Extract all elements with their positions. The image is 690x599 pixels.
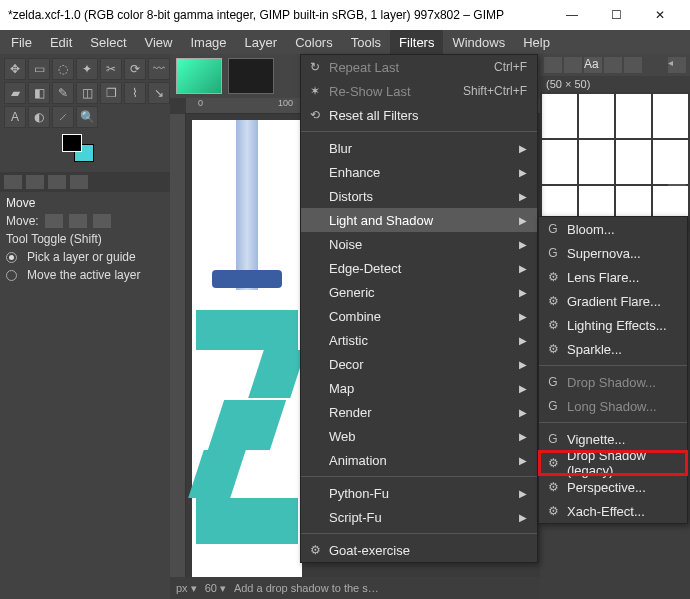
submenu-distorts[interactable]: Distorts▶ — [301, 184, 537, 208]
move-tool-icon[interactable]: ✥ — [4, 58, 26, 80]
misc-tab-icon[interactable] — [624, 57, 642, 73]
menuitem-gradient-flare[interactable]: ⚙Gradient Flare... — [539, 289, 687, 313]
submenu-light-and-shadow[interactable]: Light and Shadow▶ — [301, 208, 537, 232]
menuitem-reset-filters[interactable]: ⟲Reset all Filters — [301, 103, 537, 127]
pencil-icon[interactable]: ✎ — [52, 82, 74, 104]
menuitem-reshow-last[interactable]: ✶Re-Show LastShift+Ctrl+F — [301, 79, 537, 103]
crop-icon[interactable]: ✂ — [100, 58, 122, 80]
menuitem-drop-shadow-legacy[interactable]: ⚙Drop Shadow (legacy)... — [539, 451, 687, 475]
history-tab-icon[interactable] — [604, 57, 622, 73]
light-shadow-submenu: GBloom... GSupernova... ⚙Lens Flare... ⚙… — [538, 216, 688, 524]
submenu-render[interactable]: Render▶ — [301, 400, 537, 424]
eraser-icon[interactable]: ◫ — [76, 82, 98, 104]
submenu-combine[interactable]: Combine▶ — [301, 304, 537, 328]
submenu-decor[interactable]: Decor▶ — [301, 352, 537, 376]
menu-edit[interactable]: Edit — [41, 30, 81, 54]
gradient-icon[interactable]: ◧ — [28, 82, 50, 104]
brush-item[interactable] — [542, 140, 577, 184]
rect-select-icon[interactable]: ▭ — [28, 58, 50, 80]
menuitem-repeat-last[interactable]: ↻Repeat LastCtrl+F — [301, 55, 537, 79]
smudge-icon[interactable]: ⌇ — [124, 82, 146, 104]
zoom-icon[interactable]: 🔍 — [76, 106, 98, 128]
radio-move-active[interactable]: Move the active layer — [0, 266, 170, 284]
submenu-artistic[interactable]: Artistic▶ — [301, 328, 537, 352]
brush-item[interactable] — [653, 140, 688, 184]
menuitem-supernova[interactable]: GSupernova... — [539, 241, 687, 265]
menubar: File Edit Select View Image Layer Colors… — [0, 30, 690, 54]
menu-image[interactable]: Image — [181, 30, 235, 54]
rotate-icon[interactable]: ⟳ — [124, 58, 146, 80]
configure-tab-icon[interactable]: ◂ — [668, 57, 686, 73]
path-icon[interactable]: ↘ — [148, 82, 170, 104]
menuitem-xach-effect[interactable]: ⚙Xach-Effect... — [539, 499, 687, 523]
picker-icon[interactable]: ◐ — [28, 106, 50, 128]
submenu-enhance[interactable]: Enhance▶ — [301, 160, 537, 184]
patterns-tab-icon[interactable] — [564, 57, 582, 73]
submenu-noise[interactable]: Noise▶ — [301, 232, 537, 256]
submenu-web[interactable]: Web▶ — [301, 424, 537, 448]
warp-icon[interactable]: 〰 — [148, 58, 170, 80]
image-thumb[interactable] — [228, 58, 274, 94]
gear-icon: ⚙ — [545, 270, 561, 284]
menuitem-lighting-effects[interactable]: ⚙Lighting Effects... — [539, 313, 687, 337]
menu-help[interactable]: Help — [514, 30, 559, 54]
measure-icon[interactable]: ⟋ — [52, 106, 74, 128]
text-icon[interactable]: A — [4, 106, 26, 128]
dock-tab-icon[interactable] — [70, 175, 88, 189]
move-mode-layer-icon[interactable] — [45, 214, 63, 228]
brush-item[interactable] — [616, 140, 651, 184]
menuitem-perspective[interactable]: ⚙Perspective... — [539, 475, 687, 499]
close-button[interactable]: ✕ — [638, 0, 682, 30]
brush-item[interactable] — [616, 94, 651, 138]
menuitem-sparkle[interactable]: ⚙Sparkle... — [539, 337, 687, 361]
fuzzy-select-icon[interactable]: ✦ — [76, 58, 98, 80]
move-mode-path-icon[interactable] — [93, 214, 111, 228]
fg-color-swatch[interactable] — [62, 134, 82, 152]
menuitem-lens-flare[interactable]: ⚙Lens Flare... — [539, 265, 687, 289]
minimize-button[interactable]: — — [550, 0, 594, 30]
menuitem-bloom[interactable]: GBloom... — [539, 217, 687, 241]
brush-item[interactable] — [653, 94, 688, 138]
move-mode-selection-icon[interactable] — [69, 214, 87, 228]
submenu-blur[interactable]: Blur▶ — [301, 136, 537, 160]
menu-select[interactable]: Select — [81, 30, 135, 54]
zoom-dropdown[interactable]: 60▾ — [205, 582, 226, 595]
menu-file[interactable]: File — [2, 30, 41, 54]
free-select-icon[interactable]: ◌ — [52, 58, 74, 80]
tool-grid: ✥ ▭ ◌ ✦ ✂ ⟳ 〰 ▰ ◧ ✎ ◫ ❐ ⌇ ↘ A ◐ ⟋ 🔍 — [0, 54, 170, 130]
submenu-map[interactable]: Map▶ — [301, 376, 537, 400]
submenu-edge-detect[interactable]: Edge-Detect▶ — [301, 256, 537, 280]
dock-tab-icon[interactable] — [26, 175, 44, 189]
maximize-button[interactable]: ☐ — [594, 0, 638, 30]
menu-colors[interactable]: Colors — [286, 30, 342, 54]
submenu-script-fu[interactable]: Script-Fu▶ — [301, 505, 537, 529]
brush-item[interactable] — [579, 94, 614, 138]
dock-tab-icon[interactable] — [48, 175, 66, 189]
brush-item[interactable] — [579, 140, 614, 184]
submenu-python-fu[interactable]: Python-Fu▶ — [301, 481, 537, 505]
menu-filters[interactable]: Filters — [390, 30, 443, 54]
menu-view[interactable]: View — [136, 30, 182, 54]
submenu-generic[interactable]: Generic▶ — [301, 280, 537, 304]
dock-tab-icon[interactable] — [4, 175, 22, 189]
unit-dropdown[interactable]: px▾ — [176, 582, 197, 595]
brush-item[interactable] — [542, 94, 577, 138]
menu-layer[interactable]: Layer — [236, 30, 287, 54]
menuitem-goat-exercise[interactable]: ⚙Goat-exercise — [301, 538, 537, 562]
brushes-tab-icon[interactable] — [544, 57, 562, 73]
menuitem-long-shadow[interactable]: GLong Shadow... — [539, 394, 687, 418]
ruler-tick: 0 — [198, 98, 203, 108]
canvas[interactable] — [192, 120, 302, 580]
radio-pick-layer[interactable]: Pick a layer or guide — [0, 248, 170, 266]
clone-icon[interactable]: ❐ — [100, 82, 122, 104]
image-thumb[interactable] — [176, 58, 222, 94]
brush-grid — [540, 92, 690, 232]
fonts-tab-icon[interactable]: Aa — [584, 57, 602, 73]
gear-icon: ⚙ — [545, 504, 561, 518]
submenu-animation[interactable]: Animation▶ — [301, 448, 537, 472]
menuitem-drop-shadow[interactable]: GDrop Shadow... — [539, 370, 687, 394]
bucket-icon[interactable]: ▰ — [4, 82, 26, 104]
menu-windows[interactable]: Windows — [443, 30, 514, 54]
fg-bg-colors[interactable] — [62, 134, 100, 162]
menu-tools[interactable]: Tools — [342, 30, 390, 54]
